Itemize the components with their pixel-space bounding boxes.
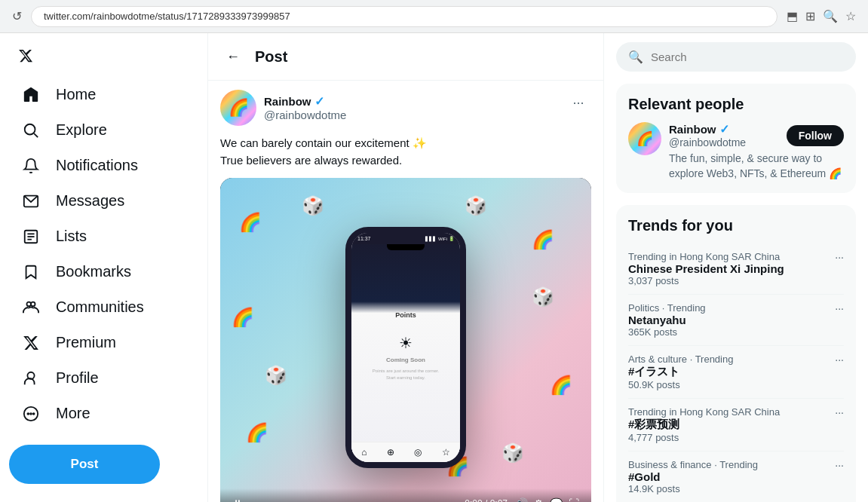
sidebar-item-notifications[interactable]: Notifications xyxy=(9,148,150,183)
trend-content-0: Trending in Hong Kong SAR China Chinese … xyxy=(628,251,784,286)
translate-icon[interactable]: ⊞ xyxy=(805,9,815,23)
phone-activity-icon: ◎ xyxy=(414,447,422,458)
mute-button[interactable]: 🔊 xyxy=(515,497,528,502)
avatar[interactable]: 🌈 xyxy=(220,90,256,126)
trends-title: Trends for you xyxy=(628,217,844,234)
trend-meta-0: Trending in Hong Kong SAR China xyxy=(628,251,784,262)
search-icon: 🔍 xyxy=(628,50,643,64)
bookmark-star-icon[interactable]: ☆ xyxy=(845,9,856,23)
svg-point-13 xyxy=(33,413,35,415)
tweet-container: 🌈 Rainbow ✓ @rainbowdotme ··· We can bar… xyxy=(208,81,603,502)
video-controls: ⏸ 0:00 / 0:07 🔊 ⚙ 💬 ⛶ xyxy=(220,488,591,502)
author-name-text: Rainbow xyxy=(264,95,311,108)
phone-notch xyxy=(387,244,425,250)
lists-nav-icon xyxy=(21,228,41,245)
sidebar-item-label-more: More xyxy=(56,405,90,422)
float-dice-1: 🎲 xyxy=(302,195,324,216)
phone-profile-icon: ☆ xyxy=(442,447,450,458)
trend-item-4[interactable]: Business & finance · Trending #Gold 14.9… xyxy=(628,451,844,502)
sidebar-item-premium[interactable]: Premium xyxy=(9,325,128,360)
post-title: Post xyxy=(255,48,287,66)
phone-sun-icon: ☀ xyxy=(399,334,413,352)
time-separator: / xyxy=(485,498,490,502)
search-input[interactable] xyxy=(651,51,844,63)
url-bar[interactable]: twitter.com/rainbowdotme/status/17172893… xyxy=(31,6,778,27)
sidebar-logo[interactable] xyxy=(9,39,42,72)
refresh-icon[interactable]: ↺ xyxy=(12,9,22,23)
sidebar-item-explore[interactable]: Explore xyxy=(9,112,119,148)
tweet-line1: We can barely contain our excitement ✨ xyxy=(220,135,591,152)
trend-item-2[interactable]: Arts & culture · Trending #イラスト 50.9K po… xyxy=(628,346,844,399)
follow-button[interactable]: Follow xyxy=(787,125,844,146)
person-avatar[interactable]: 🌈 xyxy=(628,122,661,155)
float-rainbow-2: 🌈 xyxy=(532,229,554,250)
messages-nav-icon xyxy=(21,193,41,210)
trend-more-button-2[interactable]: ··· xyxy=(835,354,844,366)
float-dice-2: 🎲 xyxy=(465,195,487,216)
settings-button[interactable]: ⚙ xyxy=(534,497,544,502)
sidebar-item-more[interactable]: More xyxy=(9,396,103,431)
cast-icon[interactable]: ⬒ xyxy=(787,9,798,23)
tweet-text: We can barely contain our excitement ✨ T… xyxy=(220,135,591,169)
person-name: Rainbow ✓ xyxy=(669,122,746,136)
post-button[interactable]: Post xyxy=(9,445,160,484)
trend-more-button-1[interactable]: ··· xyxy=(835,302,844,314)
float-rainbow-1: 🌈 xyxy=(239,212,262,233)
phone-coming-soon: ☀ Coming Soon Points are just around the… xyxy=(373,334,439,381)
trend-name-3: #彩票预测 xyxy=(628,418,780,432)
phone-points-title: Points xyxy=(395,311,416,319)
relevant-people-section: Relevant people 🌈 Rainbow ✓ @rainbowdotm… xyxy=(616,84,856,193)
trend-content-1: Politics · Trending Netanyahu 365K posts xyxy=(628,302,706,338)
time-current: 0:00 xyxy=(465,498,482,502)
trends-section: Trends for you Trending in Hong Kong SAR… xyxy=(616,205,856,502)
phone-status-bar: 11:37 ▋▋▋ WiFi 🔋 xyxy=(351,233,460,244)
author-handle: @rainbowdotme xyxy=(264,109,346,121)
play-pause-button[interactable]: ⏸ xyxy=(232,497,243,502)
search-box[interactable]: 🔍 xyxy=(616,42,856,72)
fullscreen-button[interactable]: ⛶ xyxy=(569,497,579,502)
main-content: ← Post 🌈 Rainbow ✓ @rainbowdotme xyxy=(207,33,604,502)
explore-nav-icon xyxy=(21,122,41,139)
app-container: HomeExploreNotificationsMessagesListsBoo… xyxy=(0,33,868,502)
phone-bottom-bar: ⌂ ⊕ ◎ ☆ xyxy=(351,442,460,462)
trend-name-2: #イラスト xyxy=(628,365,733,379)
trend-meta-4: Business & finance · Trending xyxy=(628,459,758,470)
author-name: Rainbow ✓ xyxy=(264,94,346,109)
trend-name-1: Netanyahu xyxy=(628,314,706,326)
trend-more-button-0[interactable]: ··· xyxy=(835,251,844,263)
trend-more-button-3[interactable]: ··· xyxy=(835,406,844,418)
zoom-icon[interactable]: 🔍 xyxy=(823,9,838,23)
sidebar-item-profile[interactable]: Profile xyxy=(9,360,111,396)
sidebar-item-label-premium: Premium xyxy=(56,334,116,351)
person-verified-badge: ✓ xyxy=(719,122,729,136)
phone-wifi-icon: WiFi xyxy=(438,237,447,241)
captions-button[interactable]: 💬 xyxy=(550,497,563,502)
sidebar-item-communities[interactable]: Communities xyxy=(9,289,156,325)
person-info: Rainbow ✓ @rainbowdotme Follow The fun, … xyxy=(669,122,844,181)
tweet-more-button[interactable]: ··· xyxy=(566,90,591,115)
sidebar-item-label-profile: Profile xyxy=(56,369,99,387)
time-total: 0:07 xyxy=(490,498,508,502)
trend-item-0[interactable]: Trending in Hong Kong SAR China Chinese … xyxy=(628,243,844,295)
trend-name-4: #Gold xyxy=(628,470,758,483)
float-rainbow-4: 🌈 xyxy=(550,375,572,396)
sidebar-item-home[interactable]: Home xyxy=(9,77,108,112)
trend-content-2: Arts & culture · Trending #イラスト 50.9K po… xyxy=(628,354,733,390)
sidebar-item-label-home: Home xyxy=(56,86,96,103)
trend-more-button-4[interactable]: ··· xyxy=(835,459,844,471)
notifications-nav-icon xyxy=(21,158,41,174)
tweet-author-row: 🌈 Rainbow ✓ @rainbowdotme ··· xyxy=(220,90,591,126)
trend-item-1[interactable]: Politics · Trending Netanyahu 365K posts… xyxy=(628,295,844,346)
bookmarks-nav-icon xyxy=(21,264,41,280)
trend-item-3[interactable]: Trending in Hong Kong SAR China #彩票预测 4,… xyxy=(628,399,844,451)
svg-line-1 xyxy=(34,133,38,137)
sidebar-item-messages[interactable]: Messages xyxy=(9,183,136,219)
trend-posts-0: 3,037 posts xyxy=(628,275,784,286)
back-button[interactable]: ← xyxy=(220,44,246,69)
back-arrow-icon: ← xyxy=(226,49,240,65)
sidebar-item-lists[interactable]: Lists xyxy=(9,219,99,254)
sidebar-item-bookmarks[interactable]: Bookmarks xyxy=(9,254,143,289)
svg-point-0 xyxy=(25,124,35,134)
author-details: Rainbow ✓ @rainbowdotme xyxy=(264,94,346,121)
tweet-media[interactable]: 🌈 🎲 🌈 🎲 🌈 🎲 🌈 🎲 🌈 🎲 🌈 xyxy=(220,178,591,502)
